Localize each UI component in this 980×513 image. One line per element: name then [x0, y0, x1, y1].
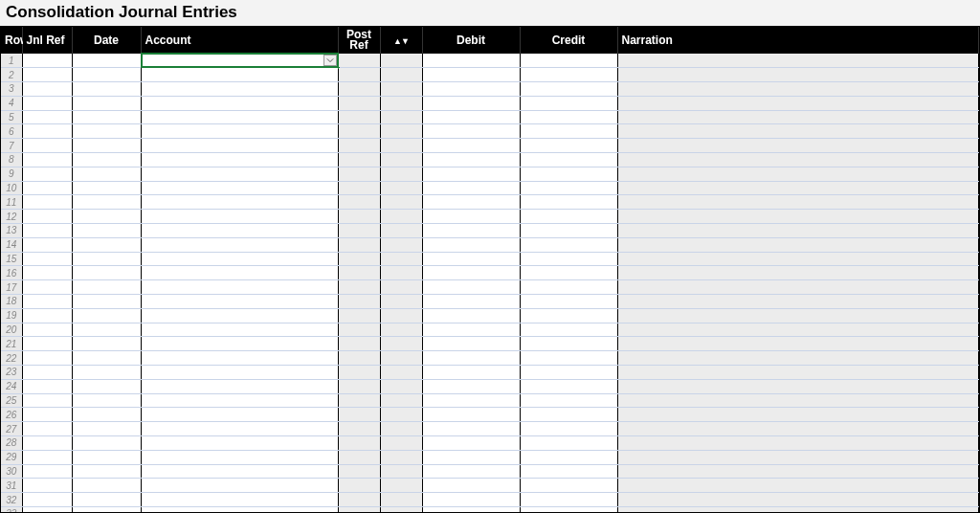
cell-post_ref[interactable] — [338, 295, 380, 309]
cell-post_ref[interactable] — [338, 181, 380, 195]
cell-date[interactable] — [72, 295, 141, 309]
cell-date[interactable] — [72, 139, 141, 153]
cell-post_ref[interactable] — [338, 507, 380, 514]
cell-account[interactable] — [141, 54, 338, 68]
cell-sort[interactable] — [380, 507, 422, 514]
cell-date[interactable] — [72, 252, 141, 266]
cell-account[interactable] — [141, 181, 338, 195]
cell-account[interactable] — [141, 507, 338, 514]
cell-jnl_ref[interactable] — [22, 110, 72, 124]
cell-date[interactable] — [72, 393, 141, 408]
cell-sort[interactable] — [380, 493, 422, 507]
cell-account[interactable] — [141, 96, 338, 110]
cell-credit[interactable] — [520, 507, 617, 514]
cell-date[interactable] — [72, 450, 141, 464]
cell-debit[interactable] — [422, 280, 520, 295]
cell-account[interactable] — [141, 195, 338, 210]
cell-date[interactable] — [72, 110, 141, 124]
cell-date[interactable] — [72, 82, 141, 97]
cell-debit[interactable] — [422, 252, 520, 266]
cell-account[interactable] — [141, 337, 338, 351]
cell-jnl_ref[interactable] — [22, 195, 72, 210]
cell-credit[interactable] — [520, 393, 617, 408]
cell-post_ref[interactable] — [338, 153, 380, 167]
cell-jnl_ref[interactable] — [22, 295, 72, 309]
cell-jnl_ref[interactable] — [22, 308, 72, 323]
cell-post_ref[interactable] — [338, 252, 380, 266]
cell-post_ref[interactable] — [338, 96, 380, 110]
cell-narration[interactable] — [617, 408, 979, 422]
col-header-credit[interactable]: Credit — [520, 27, 617, 54]
cell-date[interactable] — [72, 308, 141, 323]
cell-narration[interactable] — [617, 351, 979, 366]
cell-jnl_ref[interactable] — [22, 493, 72, 507]
cell-date[interactable] — [72, 422, 141, 436]
cell-credit[interactable] — [520, 436, 617, 451]
cell-jnl_ref[interactable] — [22, 167, 72, 181]
cell-jnl_ref[interactable] — [22, 436, 72, 451]
col-header-debit[interactable]: Debit — [422, 27, 520, 54]
cell-debit[interactable] — [422, 295, 520, 309]
cell-date[interactable] — [72, 479, 141, 493]
cell-jnl_ref[interactable] — [22, 280, 72, 295]
cell-account[interactable] — [141, 124, 338, 139]
cell-narration[interactable] — [617, 210, 979, 224]
cell-jnl_ref[interactable] — [22, 237, 72, 252]
cell-credit[interactable] — [520, 266, 617, 280]
cell-debit[interactable] — [422, 68, 520, 82]
cell-jnl_ref[interactable] — [22, 139, 72, 153]
cell-sort[interactable] — [380, 167, 422, 181]
cell-sort[interactable] — [380, 323, 422, 337]
cell-narration[interactable] — [617, 323, 979, 337]
cell-credit[interactable] — [520, 323, 617, 337]
cell-date[interactable] — [72, 351, 141, 366]
cell-sort[interactable] — [380, 422, 422, 436]
cell-narration[interactable] — [617, 54, 979, 68]
cell-date[interactable] — [72, 323, 141, 337]
cell-jnl_ref[interactable] — [22, 323, 72, 337]
cell-post_ref[interactable] — [338, 493, 380, 507]
cell-debit[interactable] — [422, 124, 520, 139]
cell-narration[interactable] — [617, 436, 979, 451]
cell-credit[interactable] — [520, 237, 617, 252]
cell-post_ref[interactable] — [338, 422, 380, 436]
cell-sort[interactable] — [380, 337, 422, 351]
col-header-jnl-ref[interactable]: Jnl Ref — [22, 27, 72, 54]
cell-post_ref[interactable] — [338, 393, 380, 408]
cell-sort[interactable] — [380, 393, 422, 408]
cell-credit[interactable] — [520, 366, 617, 380]
cell-credit[interactable] — [520, 224, 617, 238]
cell-post_ref[interactable] — [338, 167, 380, 181]
cell-sort[interactable] — [380, 308, 422, 323]
cell-credit[interactable] — [520, 337, 617, 351]
cell-post_ref[interactable] — [338, 195, 380, 210]
cell-post_ref[interactable] — [338, 464, 380, 479]
cell-debit[interactable] — [422, 110, 520, 124]
cell-sort[interactable] — [380, 110, 422, 124]
cell-credit[interactable] — [520, 464, 617, 479]
cell-debit[interactable] — [422, 422, 520, 436]
cell-sort[interactable] — [380, 379, 422, 393]
cell-date[interactable] — [72, 224, 141, 238]
cell-sort[interactable] — [380, 252, 422, 266]
cell-credit[interactable] — [520, 493, 617, 507]
cell-jnl_ref[interactable] — [22, 507, 72, 514]
cell-date[interactable] — [72, 237, 141, 252]
cell-debit[interactable] — [422, 308, 520, 323]
cell-account[interactable] — [141, 422, 338, 436]
cell-date[interactable] — [72, 379, 141, 393]
cell-sort[interactable] — [380, 195, 422, 210]
cell-post_ref[interactable] — [338, 110, 380, 124]
cell-jnl_ref[interactable] — [22, 54, 72, 68]
cell-narration[interactable] — [617, 153, 979, 167]
cell-debit[interactable] — [422, 408, 520, 422]
cell-date[interactable] — [72, 181, 141, 195]
cell-sort[interactable] — [380, 450, 422, 464]
cell-narration[interactable] — [617, 237, 979, 252]
cell-debit[interactable] — [422, 96, 520, 110]
cell-credit[interactable] — [520, 181, 617, 195]
cell-account[interactable] — [141, 436, 338, 451]
cell-post_ref[interactable] — [338, 366, 380, 380]
cell-jnl_ref[interactable] — [22, 224, 72, 238]
col-header-date[interactable]: Date — [72, 27, 141, 54]
